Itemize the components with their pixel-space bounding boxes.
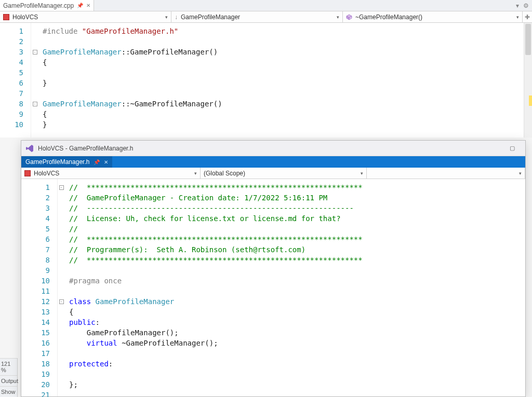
code-line[interactable]: // *************************************… <box>69 182 525 193</box>
code-line[interactable]: { <box>43 57 524 67</box>
line-number: 17 <box>21 348 57 359</box>
code-line[interactable]: // License: Uh, check for license.txt or… <box>69 213 525 224</box>
code-line[interactable]: // -------------------------------------… <box>69 203 525 213</box>
line-number: 13 <box>21 307 57 317</box>
gear-icon[interactable]: ⚙ <box>523 2 529 9</box>
output-tab[interactable]: Output <box>0 375 17 386</box>
line-number: 14 <box>21 317 57 327</box>
code-line[interactable] <box>43 88 524 99</box>
bottom-side-panel: 121 % Output Show <box>0 358 18 397</box>
line-number: 1 <box>0 26 31 36</box>
line-number: 19 <box>21 369 57 379</box>
code-line[interactable] <box>69 286 525 296</box>
line-number-gutter: 12345678910 <box>0 23 31 138</box>
code-line[interactable]: // GameProfileManager - Creation date: 1… <box>69 193 525 203</box>
zoom-level[interactable]: 121 % <box>0 358 17 375</box>
code-line[interactable]: GameProfileManager::~GameProfileManager(… <box>43 99 524 109</box>
line-number: 6 <box>21 234 57 244</box>
nav-member-combo-empty[interactable]: ▾ <box>367 168 525 179</box>
nav-scope-combo[interactable]: (Global Scope) ▾ <box>201 168 367 179</box>
code-lines[interactable]: // *************************************… <box>65 179 525 396</box>
collapse-toggle-icon[interactable]: - <box>33 102 37 106</box>
nav-class-label: GameProfileManager <box>181 13 240 21</box>
code-line[interactable]: // <box>69 224 525 234</box>
collapse-toggle-icon[interactable]: - <box>33 50 37 54</box>
floating-window-header: HoloVCS - GameProfileManager.h ▢ GamePro… <box>21 140 526 397</box>
nav-project-combo[interactable]: HoloVCS ▾ <box>21 168 201 179</box>
code-line[interactable]: public: <box>69 317 525 327</box>
code-lines[interactable]: #include "GameProfileManager.h"GameProfi… <box>38 23 524 138</box>
code-line[interactable]: { <box>69 307 525 317</box>
code-line[interactable]: // *************************************… <box>69 234 525 244</box>
pin-icon[interactable]: 📌 <box>94 159 100 165</box>
code-line[interactable] <box>43 67 524 78</box>
line-number: 9 <box>21 265 57 276</box>
code-line[interactable]: }; <box>69 379 525 390</box>
code-line[interactable] <box>69 369 525 379</box>
line-number-gutter: 123456789101112131415161718192021 <box>21 179 58 396</box>
tab-header[interactable]: GameProfileManager.h 📌 ✕ <box>21 156 112 168</box>
close-icon[interactable]: ✕ <box>104 159 108 165</box>
change-marker <box>529 95 532 106</box>
navigation-bar-top: HoloVCS ▾ ↓ GameProfileManager ▾ ~GamePr… <box>0 11 532 23</box>
pin-icon[interactable]: 📌 <box>77 3 83 8</box>
code-line[interactable]: class GameProfileManager <box>69 296 525 307</box>
method-down-icon: ↓ <box>175 13 178 21</box>
tab-label: GameProfileManager.h <box>25 158 89 166</box>
title-bar[interactable]: HoloVCS - GameProfileManager.h ▢ <box>21 141 525 156</box>
line-number: 10 <box>0 119 31 130</box>
code-line[interactable] <box>69 390 525 397</box>
tab-label: GameProfileManager.cpp <box>3 2 74 9</box>
chevron-down-icon: ▾ <box>519 171 522 176</box>
code-line[interactable]: GameProfileManager(); <box>69 327 525 338</box>
outline-margin[interactable]: -- <box>31 23 38 138</box>
code-line[interactable]: // *************************************… <box>69 255 525 265</box>
chevron-down-icon: ▾ <box>165 15 168 20</box>
code-line[interactable]: protected: <box>69 359 525 369</box>
tab-bar-sub: GameProfileManager.h 📌 ✕ <box>21 156 525 168</box>
tab-bar-top: GameProfileManager.cpp 📌 ✕ ▾ ⚙ <box>0 0 532 11</box>
chevron-down-icon: ▾ <box>337 15 339 20</box>
close-icon[interactable]: ✕ <box>86 3 90 8</box>
code-line[interactable]: } <box>43 119 524 130</box>
maximize-button[interactable]: ▢ <box>503 145 521 152</box>
code-body-cpp: 12345678910 -- #include "GameProfileMana… <box>0 23 532 138</box>
code-line[interactable]: // Programmer(s): Seth A. Robinson (seth… <box>69 244 525 255</box>
collapse-toggle-icon[interactable]: - <box>59 185 64 190</box>
nav-member-combo[interactable]: ~GameProfileManager() ▾ <box>343 11 523 22</box>
line-number: 20 <box>21 379 57 390</box>
code-line[interactable] <box>43 36 524 47</box>
code-line[interactable]: { <box>43 109 524 119</box>
vs-logo-icon <box>25 144 34 153</box>
line-number: 18 <box>21 359 57 369</box>
line-number: 2 <box>21 193 57 203</box>
window-title: HoloVCS - GameProfileManager.h <box>38 145 133 152</box>
code-body-header: 123456789101112131415161718192021 -- // … <box>21 179 525 396</box>
code-line[interactable]: } <box>43 78 524 88</box>
outline-margin[interactable]: -- <box>58 179 65 396</box>
line-number: 8 <box>0 99 31 109</box>
vertical-scrollbar[interactable] <box>524 23 532 138</box>
line-number: 2 <box>0 36 31 47</box>
tab-cpp[interactable]: GameProfileManager.cpp 📌 ✕ <box>0 0 94 11</box>
code-line[interactable] <box>69 265 525 276</box>
line-number: 4 <box>21 213 57 224</box>
split-icon[interactable]: ✚ <box>523 13 532 21</box>
line-number: 15 <box>21 327 57 338</box>
code-line[interactable]: virtual ~GameProfileManager(); <box>69 338 525 348</box>
project-icon <box>24 170 31 176</box>
code-line[interactable]: #include "GameProfileManager.h" <box>43 26 524 36</box>
navigation-bar-sub: HoloVCS ▾ (Global Scope) ▾ ▾ <box>21 168 525 179</box>
code-line[interactable]: #pragma once <box>69 276 525 286</box>
line-number: 10 <box>21 276 57 286</box>
show-tab[interactable]: Show <box>0 386 17 397</box>
collapse-toggle-icon[interactable]: - <box>59 299 64 304</box>
code-line[interactable] <box>69 348 525 359</box>
nav-project-combo[interactable]: HoloVCS ▾ <box>0 11 171 22</box>
nav-class-combo[interactable]: ↓ GameProfileManager ▾ <box>171 11 343 22</box>
code-line[interactable]: GameProfileManager::GameProfileManager() <box>43 47 524 57</box>
scrollbar-thumb[interactable] <box>525 24 531 55</box>
line-number: 16 <box>21 338 57 348</box>
dropdown-icon[interactable]: ▾ <box>516 2 519 9</box>
line-number: 7 <box>0 88 31 99</box>
